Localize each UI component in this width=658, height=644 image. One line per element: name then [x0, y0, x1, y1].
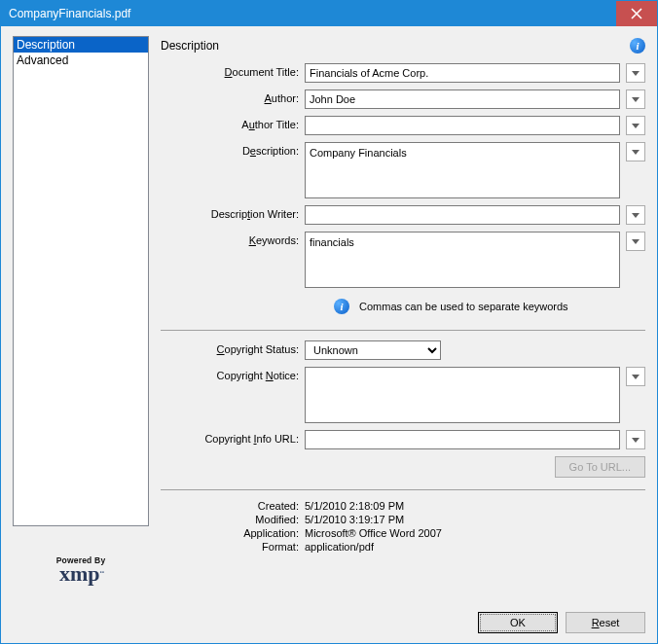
author-history-button[interactable] — [626, 89, 645, 109]
close-button[interactable] — [616, 1, 657, 26]
copyright-status-select[interactable]: Unknown — [305, 340, 441, 360]
nav-item-description[interactable]: Description — [14, 37, 148, 53]
panel-header: Description i — [161, 36, 645, 55]
application-value: Microsoft® Office Word 2007 — [305, 527, 442, 539]
ok-button[interactable]: OK — [478, 612, 558, 633]
copyright-notice-history-button[interactable] — [626, 367, 645, 386]
separator — [161, 489, 645, 490]
description-writer-history-button[interactable] — [626, 205, 645, 225]
reset-button[interactable]: Reset — [566, 612, 645, 633]
description-label: Description: — [161, 142, 305, 157]
application-label: Application: — [161, 527, 305, 539]
description-writer-input[interactable] — [305, 205, 620, 225]
keywords-hint: i Commas can be used to separate keyword… — [334, 299, 645, 314]
info-icon[interactable]: i — [630, 38, 645, 54]
info-icon: i — [334, 299, 349, 314]
xmp-brand: xmp¨ — [59, 565, 102, 586]
go-to-url-button[interactable]: Go To URL... — [555, 456, 645, 478]
copyright-notice-label: Copyright Notice: — [161, 367, 305, 381]
dialog-window: CompanyFinancials.pdf Description Advanc… — [0, 0, 658, 644]
copyright-url-history-button[interactable] — [626, 430, 645, 449]
author-input[interactable] — [305, 89, 620, 109]
chevron-down-icon — [632, 438, 640, 443]
format-value: application/pdf — [305, 541, 374, 553]
keywords-history-button[interactable] — [626, 232, 645, 251]
separator — [161, 330, 645, 331]
xmp-logo: Powered By xmp¨ — [13, 555, 149, 586]
chevron-down-icon — [632, 239, 640, 244]
chevron-down-icon — [632, 150, 640, 155]
copyright-url-input[interactable] — [305, 430, 620, 449]
chevron-down-icon — [632, 97, 640, 102]
nav-item-advanced[interactable]: Advanced — [14, 53, 148, 68]
keywords-hint-text: Commas can be used to separate keywords — [359, 301, 568, 312]
chevron-down-icon — [632, 375, 640, 379]
copyright-status-label: Copyright Status: — [161, 340, 305, 355]
created-label: Created: — [161, 500, 305, 512]
description-history-button[interactable] — [626, 142, 645, 161]
chevron-down-icon — [632, 71, 640, 76]
author-title-input[interactable] — [305, 116, 620, 135]
metadata-block: Created:5/1/2010 2:18:09 PM Modified:5/1… — [161, 500, 645, 553]
copyright-url-label: Copyright Info URL: — [161, 430, 305, 445]
title-bar: CompanyFinancials.pdf — [1, 1, 657, 26]
window-title: CompanyFinancials.pdf — [9, 7, 616, 20]
main-panel: Description i Document Title: Author: Au… — [161, 36, 645, 633]
modified-value: 5/1/2010 3:19:17 PM — [305, 514, 404, 525]
description-writer-label: Description Writer: — [161, 205, 305, 220]
document-title-input[interactable] — [305, 63, 620, 83]
copyright-notice-textarea[interactable] — [305, 367, 620, 423]
document-title-label: Document Title: — [161, 63, 305, 78]
created-value: 5/1/2010 2:18:09 PM — [305, 500, 404, 512]
chevron-down-icon — [632, 124, 640, 128]
close-icon — [631, 8, 642, 19]
dialog-footer: OK Reset — [161, 602, 645, 633]
modified-label: Modified: — [161, 514, 305, 525]
author-label: Author: — [161, 89, 305, 104]
nav-list: Description Advanced — [13, 36, 149, 526]
author-title-history-button[interactable] — [626, 116, 645, 135]
sidebar: Description Advanced Powered By xmp¨ — [13, 36, 149, 633]
author-title-label: Author Title: — [161, 116, 305, 130]
chevron-down-icon — [632, 213, 640, 218]
panel-title: Description — [161, 39, 630, 53]
keywords-textarea[interactable]: financials — [305, 232, 620, 288]
description-textarea[interactable]: Company Financials — [305, 142, 620, 198]
keywords-label: Keywords: — [161, 232, 305, 246]
dialog-body: Description Advanced Powered By xmp¨ Des… — [1, 26, 657, 643]
document-title-history-button[interactable] — [626, 63, 645, 83]
format-label: Format: — [161, 541, 305, 553]
